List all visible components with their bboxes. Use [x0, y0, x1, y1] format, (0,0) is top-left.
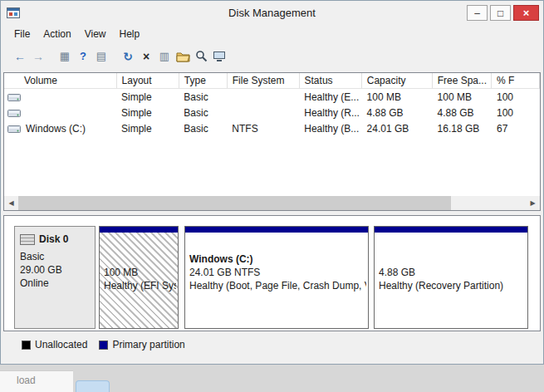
cell-layout: Simple: [116, 123, 179, 135]
cell-type: Basic: [179, 107, 227, 119]
cell-status: Healthy (R...: [299, 107, 361, 119]
cell-percent-free: 100: [492, 91, 540, 103]
disk-size: 29.00 GB: [20, 263, 90, 277]
disk-type: Basic: [20, 250, 90, 263]
primary-partition-color-bar: [100, 227, 178, 233]
volume-icon: [7, 108, 21, 118]
menu-help[interactable]: Help: [113, 27, 147, 42]
properties-icon[interactable]: ▥: [155, 47, 174, 66]
cell-free-space: 16.18 GB: [433, 123, 492, 135]
cell-percent-free: 100: [492, 107, 540, 119]
column-header-layout[interactable]: Layout: [117, 73, 179, 88]
partition-size: 4.88 GB: [379, 266, 526, 279]
menu-action[interactable]: Action: [37, 27, 77, 42]
primary-partition-color-bar: [375, 227, 527, 233]
rescan-disks-icon[interactable]: [210, 47, 228, 66]
scroll-left-arrow-icon[interactable]: ◀: [4, 196, 18, 210]
background-window-fragment: load: [0, 370, 73, 392]
show-console-tree-icon[interactable]: ▦: [56, 47, 74, 66]
volume-name: Windows (C:): [26, 123, 86, 135]
partition-status: Healthy (Recovery Partition): [379, 279, 526, 292]
cell-type: Basic: [179, 123, 227, 135]
column-header-file-system[interactable]: File System: [228, 73, 300, 88]
column-header-volume[interactable]: Volume: [4, 73, 117, 88]
menu-file[interactable]: File: [7, 27, 37, 42]
column-header-type[interactable]: Type: [179, 73, 228, 88]
partition-size: 24.01 GB NTFS: [189, 266, 366, 279]
cell-status: Healthy (E...: [299, 91, 361, 103]
table-row-efi[interactable]: Simple Basic Healthy (E... 100 MB 100 MB…: [4, 89, 540, 105]
cell-status: Healthy (B...: [299, 123, 361, 135]
back-icon[interactable]: ←: [11, 47, 29, 66]
toolbar: ← → ▦ ? ▤ ↻ × ▥: [1, 43, 543, 69]
cell-layout: Simple: [116, 91, 179, 103]
cell-free-space: 100 MB: [433, 91, 492, 103]
cell-file-system: NTFS: [227, 123, 299, 135]
menu-bar: File Action View Help: [1, 25, 543, 43]
partition-name: Windows (C:): [189, 252, 366, 266]
horizontal-scrollbar[interactable]: ◀ ▶: [4, 196, 540, 210]
partition-efi[interactable]: 100 MB Healthy (EFI Syst: [99, 226, 179, 329]
minimize-button[interactable]: –: [467, 5, 488, 21]
legend: Unallocated Primary partition: [22, 339, 185, 350]
partition-status: Healthy (Boot, Page File, Crash Dump, V: [189, 279, 366, 292]
partition-strip: 100 MB Healthy (EFI Syst Windows (C:) 24…: [99, 226, 528, 329]
legend-label: Primary partition: [112, 339, 184, 350]
cell-type: Basic: [179, 91, 227, 103]
disk-0-header[interactable]: Disk 0 Basic 29.00 GB Online: [14, 226, 96, 329]
help-icon[interactable]: ?: [74, 47, 92, 66]
legend-label: Unallocated: [35, 339, 87, 350]
legend-item-unallocated: Unallocated: [22, 339, 87, 350]
graphical-view-pane: Disk 0 Basic 29.00 GB Online 100 MB Heal…: [3, 215, 541, 331]
partition-recovery[interactable]: 4.88 GB Healthy (Recovery Partition): [374, 226, 528, 329]
maximize-button[interactable]: □: [490, 5, 511, 21]
forward-icon[interactable]: →: [29, 47, 47, 66]
volume-list-pane: Volume Layout Type File System Status Ca…: [3, 72, 541, 211]
export-list-icon[interactable]: ▤: [92, 47, 110, 66]
disk-status: Online: [20, 277, 90, 290]
cell-capacity: 4.88 GB: [362, 107, 433, 119]
disk-management-window: Disk Management – □ × File Action View H…: [0, 0, 544, 365]
table-row-recovery[interactable]: Simple Basic Healthy (R... 4.88 GB 4.88 …: [4, 105, 540, 120]
background-partial-text: load: [17, 375, 36, 386]
partition-status: Healthy (EFI Syst: [104, 279, 176, 292]
background-window-tab-fragment: [76, 380, 110, 392]
cell-free-space: 4.88 GB: [433, 107, 492, 119]
close-button[interactable]: ×: [513, 5, 539, 21]
volume-icon: [7, 92, 21, 102]
menu-view[interactable]: View: [78, 27, 113, 42]
cell-percent-free: 67: [492, 123, 540, 135]
partition-size: 100 MB: [104, 266, 176, 279]
cell-capacity: 24.01 GB: [362, 123, 433, 135]
column-header-capacity[interactable]: Capacity: [362, 73, 433, 88]
column-header-status[interactable]: Status: [300, 73, 362, 88]
open-folder-icon[interactable]: [174, 47, 192, 66]
primary-partition-color-bar: [185, 227, 368, 233]
disk-icon: [20, 234, 35, 245]
column-header-free-space[interactable]: Free Spa...: [433, 73, 492, 88]
delete-volume-icon[interactable]: ×: [137, 47, 155, 66]
disk-name: Disk 0: [39, 233, 68, 245]
volume-icon: [7, 124, 21, 134]
cell-layout: Simple: [116, 107, 179, 119]
refresh-icon[interactable]: ↻: [119, 47, 137, 66]
scrollbar-thumb[interactable]: [18, 196, 451, 210]
search-icon[interactable]: [192, 47, 210, 66]
title-bar[interactable]: Disk Management – □ ×: [1, 1, 543, 25]
primary-partition-swatch: [99, 341, 108, 350]
scroll-right-arrow-icon[interactable]: ▶: [526, 196, 540, 210]
column-header-percent-free[interactable]: % F: [492, 73, 540, 88]
table-row-windows-c[interactable]: Windows (C:) Simple Basic NTFS Healthy (…: [4, 120, 540, 136]
window-title: Disk Management: [1, 7, 543, 19]
unallocated-swatch: [22, 341, 31, 350]
cell-capacity: 100 MB: [362, 91, 433, 103]
legend-item-primary-partition: Primary partition: [99, 339, 184, 350]
list-header: Volume Layout Type File System Status Ca…: [4, 73, 540, 89]
partition-windows-c[interactable]: Windows (C:) 24.01 GB NTFS Healthy (Boot…: [184, 226, 369, 329]
